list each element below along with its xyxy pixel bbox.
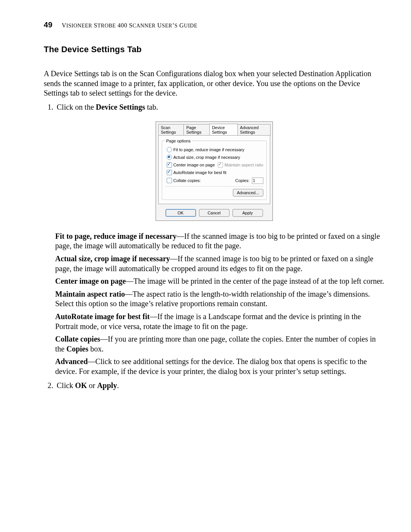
cancel-button[interactable]: Cancel — [199, 209, 229, 217]
copies-label: Copies: — [235, 178, 249, 183]
checkbox-icon[interactable] — [167, 178, 172, 183]
check-center-row[interactable]: Center image on page — [167, 162, 215, 168]
page: 49 VISIONEER STROBE 400 SCANNER USER’S G… — [0, 0, 411, 423]
device-settings-dialog: Scan Settings Page Settings Device Setti… — [156, 121, 273, 221]
radio-icon[interactable] — [167, 147, 172, 152]
step-1: Click on the Device Settings tab. — [55, 102, 384, 112]
check-maintain-row: Maintain aspect ratio — [218, 162, 263, 168]
tab-scan-settings[interactable]: Scan Settings — [158, 124, 184, 136]
checkbox-icon[interactable] — [167, 170, 172, 175]
page-options-legend: Page options — [165, 139, 192, 143]
page-header: 49 VISIONEER STROBE 400 SCANNER USER’S G… — [44, 21, 384, 29]
radio-fit-label: Fit to page, reduce image if necessary — [174, 147, 244, 152]
checkbox-icon — [218, 162, 223, 168]
tabstrip: Scan Settings Page Settings Device Setti… — [156, 122, 272, 136]
tab-page-settings[interactable]: Page Settings — [183, 124, 209, 136]
tab-advanced-settings[interactable]: Advanced Settings — [237, 124, 271, 136]
check-center-label: Center image on page — [174, 163, 215, 167]
radio-actual-label: Actual size, crop image if necessary — [174, 155, 240, 160]
ok-button[interactable]: OK — [166, 209, 196, 217]
definitions: Fit to page, reduce image if necessary—I… — [55, 232, 384, 377]
page-options-group: Page options Fit to page, reduce image i… — [162, 139, 267, 200]
radio-icon[interactable] — [167, 155, 172, 160]
check-autorotate-row[interactable]: AutoRotate image for best fit — [167, 170, 263, 175]
tabpanel-device: Page options Fit to page, reduce image i… — [158, 135, 270, 204]
running-head: VISIONEER STROBE 400 SCANNER USER’S GUID… — [62, 22, 197, 29]
dialog-screenshot: Scan Settings Page Settings Device Setti… — [156, 121, 273, 221]
steps-list-2: Click OK or Apply. — [44, 380, 384, 391]
check-maintain-label: Maintain aspect ratio — [225, 163, 263, 167]
advanced-button[interactable]: Advanced... — [233, 189, 263, 197]
intro-paragraph: A Device Settings tab is on the Scan Con… — [44, 69, 384, 98]
checkbox-icon[interactable] — [167, 162, 172, 168]
steps-list: Click on the Device Settings tab. — [44, 102, 384, 112]
page-number: 49 — [44, 21, 53, 29]
copies-wrap: Copies: 1 — [235, 177, 263, 184]
radio-fit-row[interactable]: Fit to page, reduce image if necessary — [167, 147, 263, 152]
separator — [165, 186, 263, 187]
copies-input[interactable]: 1 — [252, 177, 263, 184]
section-title: The Device Settings Tab — [44, 45, 384, 54]
dialog-buttons: OK Cancel Apply — [156, 207, 272, 220]
check-collate-label: Collate copies: — [174, 178, 201, 183]
apply-button[interactable]: Apply — [233, 209, 263, 217]
check-autorotate-label: AutoRotate image for best fit — [174, 170, 226, 175]
step-2: Click OK or Apply. — [55, 380, 384, 391]
radio-actual-row[interactable]: Actual size, crop image if necessary — [167, 155, 263, 160]
tab-device-settings[interactable]: Device Settings — [209, 124, 238, 135]
check-collate-row[interactable]: Collate copies: — [167, 178, 201, 183]
